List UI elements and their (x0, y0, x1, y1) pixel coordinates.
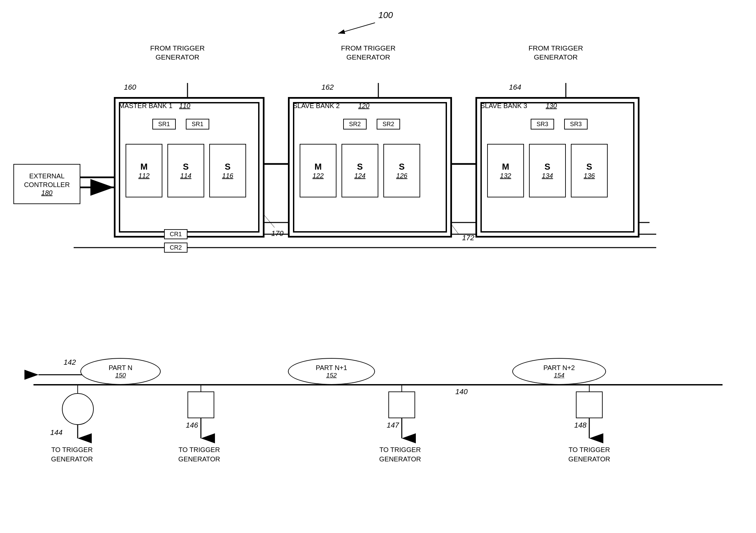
module-s116-label: S (225, 162, 230, 172)
module-s116: S 116 (209, 144, 246, 197)
ref-132: 132 (500, 172, 511, 180)
module-m122-label: M (314, 162, 322, 172)
ref-152: 152 (326, 372, 337, 379)
external-controller-box: EXTERNALCONTROLLER 180 (13, 164, 80, 204)
module-s114-label: S (183, 162, 188, 172)
ref-148: 148 (574, 421, 587, 430)
ref-162: 162 (321, 83, 334, 92)
ref-114: 114 (180, 172, 191, 180)
sr1-right: SR1 (186, 119, 209, 129)
from-trigger-164-label: FROM TRIGGERGENERATOR (522, 43, 589, 62)
diagram: 100 FROM TRIGGERGENERATOR 160 FROM TRIGG… (0, 0, 756, 533)
ref-130: 130 (546, 102, 557, 110)
sr2-left: SR2 (343, 119, 367, 129)
ref-146: 146 (186, 421, 198, 430)
to-trigger-gen-148: TO TRIGGERGENERATOR (552, 445, 626, 464)
module-s136-label: S (586, 162, 592, 172)
slave-bank3-label: SLAVE BANK 3 (480, 102, 527, 110)
ref-160: 160 (124, 83, 136, 92)
from-trigger-162-label: FROM TRIGGERGENERATOR (335, 43, 402, 62)
ref-100: 100 (378, 10, 393, 20)
module-s126: S 126 (383, 144, 420, 197)
ref-110: 110 (179, 102, 190, 110)
part-n-oval: PART N 150 (80, 358, 161, 385)
sr1-left: SR1 (152, 119, 176, 129)
ref-126: 126 (396, 172, 407, 180)
external-controller-label: EXTERNALCONTROLLER (24, 172, 70, 189)
module-m122: M 122 (300, 144, 336, 197)
ref-170: 170 (271, 229, 284, 238)
part-n2-oval: PART N+2 154 (512, 358, 606, 385)
module-s124-label: S (357, 162, 363, 172)
sensor-148-rect (576, 391, 603, 418)
from-trigger-160-label: FROM TRIGGERGENERATOR (144, 43, 211, 62)
to-trigger-gen-144: TO TRIGGERGENERATOR (39, 445, 105, 464)
ref-134: 134 (542, 172, 553, 180)
module-s126-label: S (399, 162, 404, 172)
module-s124: S 124 (342, 144, 378, 197)
ref-142: 142 (64, 358, 76, 367)
ref-124: 124 (354, 172, 365, 180)
part-n1-oval: PART N+1 152 (288, 358, 375, 385)
part-n1-label: PART N+1 (316, 364, 347, 372)
ref-112: 112 (138, 172, 149, 180)
module-s134: S 134 (529, 144, 566, 197)
svg-line-6 (338, 23, 375, 33)
module-m112-label: M (140, 162, 148, 172)
ref-164: 164 (509, 83, 521, 92)
sr3-right: SR3 (564, 119, 588, 129)
module-m132: M 132 (487, 144, 524, 197)
to-trigger-gen-146: TO TRIGGERGENERATOR (164, 445, 234, 464)
part-n-label: PART N (108, 364, 132, 372)
ref-140: 140 (455, 387, 468, 396)
ref-147: 147 (387, 421, 399, 430)
module-m112: M 112 (126, 144, 162, 197)
ref-154: 154 (554, 372, 564, 379)
ref-120: 120 (358, 102, 369, 110)
module-s114: S 114 (167, 144, 204, 197)
sr3-left: SR3 (531, 119, 554, 129)
to-trigger-gen-147: TO TRIGGERGENERATOR (365, 445, 435, 464)
module-m132-label: M (502, 162, 509, 172)
ref-180: 180 (41, 189, 52, 197)
part-n2-label: PART N+2 (543, 364, 575, 372)
ref-144: 144 (50, 428, 63, 437)
module-s136: S 136 (571, 144, 608, 197)
sensor-144-circle (62, 393, 94, 425)
ref-150: 150 (115, 372, 126, 379)
ref-136: 136 (584, 172, 595, 180)
cr1-label-box: CR1 (164, 229, 187, 239)
ref-172: 172 (462, 234, 474, 242)
ref-122: 122 (312, 172, 323, 180)
sr2-right: SR2 (377, 119, 400, 129)
sensor-147-rect (388, 391, 415, 418)
ref-116: 116 (222, 172, 233, 180)
slave-bank2-label: SLAVE BANK 2 (293, 102, 340, 110)
module-s134-label: S (544, 162, 550, 172)
sensor-146-rect (187, 391, 214, 418)
master-bank1-label: MASTER BANK 1 (119, 102, 172, 110)
cr2-label-box: CR2 (164, 243, 187, 253)
